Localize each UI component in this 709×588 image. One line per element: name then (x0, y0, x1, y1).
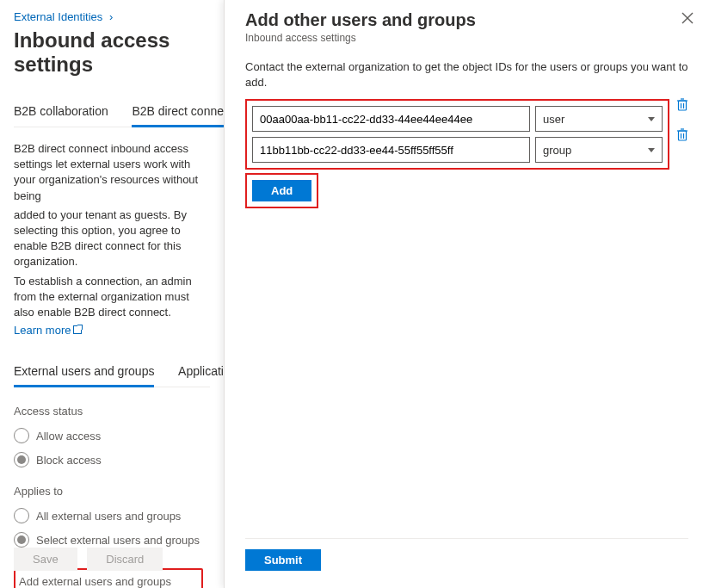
description-text: To establish a connection, an admin from… (14, 274, 210, 321)
add-external-users-link[interactable]: Add external users and groups (19, 575, 171, 588)
main-tabs: B2B collaboration B2B direct connect (14, 97, 210, 127)
add-button[interactable]: Add (252, 180, 311, 201)
description-text: added to your tenant as guests. By selec… (14, 207, 210, 270)
breadcrumb-link[interactable]: External Identities (14, 10, 102, 23)
chevron-right-icon: › (109, 10, 113, 23)
delete-icon[interactable] (676, 127, 688, 144)
discard-button[interactable]: Discard (87, 548, 163, 571)
tab-b2b-direct-connect[interactable]: B2B direct connect (132, 97, 233, 127)
object-id-input-1[interactable] (252, 137, 530, 163)
tab-b2b-collaboration[interactable]: B2B collaboration (14, 97, 108, 125)
submit-button[interactable]: Submit (245, 549, 321, 571)
radio-block-access[interactable]: Block access (14, 452, 210, 467)
save-button[interactable]: Save (14, 548, 77, 571)
close-icon[interactable] (681, 12, 694, 27)
type-select-1[interactable]: group (535, 137, 663, 163)
access-status-label: Access status (14, 405, 210, 418)
radio-all-external[interactable]: All external users and groups (14, 508, 210, 523)
panel-description: Contact the external organization to get… (245, 59, 688, 90)
radio-allow-access[interactable]: Allow access (14, 428, 210, 443)
external-link-icon (73, 325, 82, 334)
sub-tabs: External users and groups Applications (14, 357, 210, 387)
chevron-down-icon (648, 148, 655, 152)
panel-subtitle: Inbound access settings (245, 32, 688, 44)
subtab-external-users[interactable]: External users and groups (14, 357, 154, 387)
add-users-panel: Add other users and groups Inbound acces… (224, 0, 709, 588)
chevron-down-icon (648, 117, 655, 121)
object-id-input-0[interactable] (252, 106, 530, 132)
delete-icon[interactable] (676, 97, 688, 114)
svg-rect-2 (679, 101, 687, 110)
svg-rect-7 (679, 131, 687, 140)
description-text: B2B direct connect inbound access settin… (14, 141, 210, 204)
radio-select-external[interactable]: Select external users and groups (14, 532, 210, 548)
footer-left: Save Discard (14, 548, 170, 571)
panel-title: Add other users and groups (245, 10, 688, 30)
breadcrumb: External Identities › (14, 10, 210, 23)
applies-to-label: Applies to (14, 485, 210, 498)
type-select-0[interactable]: user (535, 106, 663, 132)
page-title: Inbound access settings (14, 28, 210, 77)
learn-more-link[interactable]: Learn more (14, 324, 82, 337)
